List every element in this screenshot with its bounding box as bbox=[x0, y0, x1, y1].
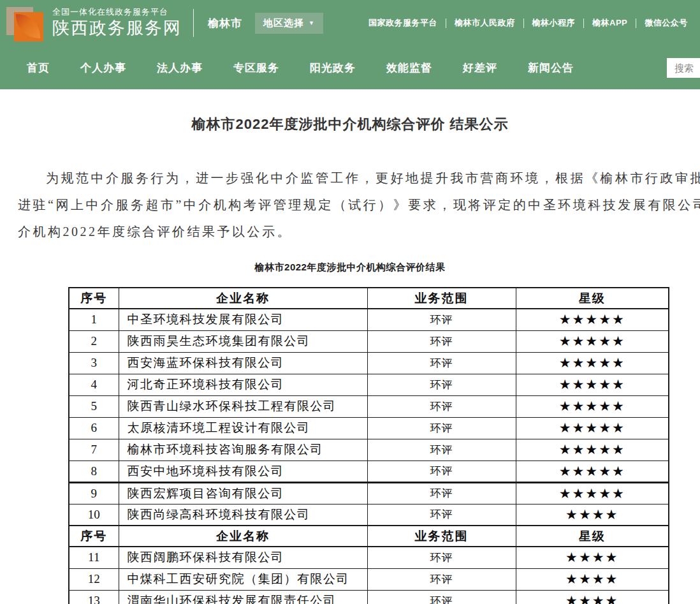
logo-orange-square bbox=[14, 12, 43, 41]
table-row: 5陕西青山绿水环保科技工程有限公司环评★★★★★ bbox=[69, 395, 669, 417]
star-rating: ★★★★★ bbox=[516, 482, 669, 504]
platform-tagline: 全国一体化在线政务服务平台 bbox=[52, 8, 182, 17]
row-number: 9 bbox=[69, 482, 119, 504]
table-row: 1中圣环境科技发展有限公司环评★★★★★ bbox=[69, 309, 669, 330]
logo-leaf-icon bbox=[16, 14, 40, 38]
table-row: 10陕西尚绿高科环境科技有限公司环评★★★★ bbox=[69, 504, 669, 526]
star-rating: ★★★★ bbox=[516, 590, 669, 604]
page-title: 榆林市2022年度涉批中介机构综合评价 结果公示 bbox=[0, 115, 700, 134]
business-scope: 环评 bbox=[367, 504, 516, 526]
link-divider bbox=[446, 18, 446, 28]
star-rating: ★★★★ bbox=[516, 568, 669, 590]
table-row: 8西安中地环境科技有限公司环评★★★★★ bbox=[69, 460, 669, 482]
table-header-row: 序号企业名称业务范围星级 bbox=[69, 288, 669, 309]
row-number: 6 bbox=[69, 417, 119, 439]
table-row: 12中煤科工西安研究院（集团）有限公司环评★★★★ bbox=[69, 568, 669, 590]
region-selector-label: 地区选择 bbox=[263, 17, 304, 29]
star-rating: ★★★★★ bbox=[516, 395, 669, 417]
table-wrapper: 序号企业名称业务范围星级1中圣环境科技发展有限公司环评★★★★★2陕西雨昊生态环… bbox=[0, 287, 700, 604]
paragraph-line: 进驻“网上中介服务超市”中介机构考评管理规定（试行）》要求，现将评定的中圣环境科… bbox=[18, 191, 700, 218]
nav-item-rating[interactable]: 好差评 bbox=[463, 61, 497, 75]
main-navigation: 首页 个人办事 法人办事 专区服务 阳光政务 效能监督 好差评 新闻公告 bbox=[0, 46, 700, 89]
site-name: 陕西政务服务网 bbox=[52, 18, 182, 38]
current-city-label: 榆林市 bbox=[208, 16, 242, 31]
business-scope: 环评 bbox=[367, 309, 516, 330]
business-scope: 环评 bbox=[367, 482, 516, 504]
nav-item-transparency[interactable]: 阳光政务 bbox=[310, 61, 356, 75]
table-row: 13渭南华山环保科技发展有限责任公司环评★★★★ bbox=[69, 590, 669, 604]
announcement-paragraph: 为规范中介服务行为，进一步强化中介监管工作，更好地提升我市营商环境，根据《榆林市… bbox=[18, 165, 700, 245]
table-row: 3西安海蓝环保科技有限公司环评★★★★★ bbox=[69, 352, 669, 374]
evaluation-table-body: 序号企业名称业务范围星级1中圣环境科技发展有限公司环评★★★★★2陕西雨昊生态环… bbox=[69, 288, 669, 604]
nav-item-personal[interactable]: 个人办事 bbox=[80, 61, 126, 75]
nav-item-home[interactable]: 首页 bbox=[27, 61, 50, 75]
company-name: 太原核清环境工程设计有限公司 bbox=[119, 417, 367, 439]
column-header: 序号 bbox=[69, 526, 119, 547]
company-name: 榆林市环境科技咨询服务有限公司 bbox=[119, 439, 367, 460]
column-header: 企业名称 bbox=[119, 288, 367, 309]
company-name: 中煤科工西安研究院（集团）有限公司 bbox=[119, 568, 367, 590]
business-scope: 环评 bbox=[367, 460, 516, 482]
column-header: 星级 bbox=[516, 288, 669, 309]
site-logo-icon[interactable] bbox=[5, 4, 45, 43]
link-wechat-account[interactable]: 微信公众号 bbox=[645, 17, 688, 29]
table-row: 6太原核清环境工程设计有限公司环评★★★★★ bbox=[69, 417, 669, 439]
link-yulin-app[interactable]: 榆林APP bbox=[592, 17, 627, 29]
company-name: 渭南华山环保科技发展有限责任公司 bbox=[119, 590, 367, 604]
row-number: 7 bbox=[69, 439, 119, 460]
company-name: 河北奇正环境科技有限公司 bbox=[119, 374, 367, 395]
site-brand: 全国一体化在线政务服务平台 陕西政务服务网 bbox=[52, 8, 182, 39]
region-selector-button[interactable]: 地区选择 ▼ bbox=[255, 13, 323, 34]
link-yulin-government[interactable]: 榆林市人民政府 bbox=[455, 17, 515, 29]
star-rating: ★★★★ bbox=[516, 504, 669, 526]
search-input[interactable] bbox=[667, 58, 700, 78]
business-scope: 环评 bbox=[367, 547, 516, 568]
business-scope: 环评 bbox=[367, 330, 516, 352]
company-name: 陕西宏辉项目咨询有限公司 bbox=[119, 482, 367, 504]
link-yulin-miniprogram[interactable]: 榆林小程序 bbox=[532, 17, 576, 29]
row-number: 1 bbox=[69, 309, 119, 330]
business-scope: 环评 bbox=[367, 590, 516, 604]
link-divider bbox=[583, 18, 584, 28]
header-quick-links: 国家政务服务平台 榆林市人民政府 榆林小程序 榆林APP 微信公众号 注册 bbox=[368, 0, 700, 46]
header-divider bbox=[193, 9, 194, 37]
table-row: 9陕西宏辉项目咨询有限公司环评★★★★★ bbox=[69, 482, 669, 504]
business-scope: 环评 bbox=[367, 439, 516, 460]
star-rating: ★★★★★ bbox=[516, 330, 669, 352]
article-content: 榆林市2022年度涉批中介机构综合评价 结果公示 为规范中介服务行为，进一步强化… bbox=[0, 115, 700, 604]
evaluation-table: 序号企业名称业务范围星级1中圣环境科技发展有限公司环评★★★★★2陕西雨昊生态环… bbox=[68, 287, 669, 604]
business-scope: 环评 bbox=[367, 374, 516, 395]
row-number: 8 bbox=[69, 460, 119, 482]
company-name: 陕西阔鹏环保科技有限公司 bbox=[119, 547, 367, 568]
site-header: 全国一体化在线政务服务平台 陕西政务服务网 榆林市 地区选择 ▼ 国家政务服务平… bbox=[0, 0, 700, 46]
link-divider bbox=[523, 18, 524, 28]
row-number: 13 bbox=[69, 590, 119, 604]
nav-item-news[interactable]: 新闻公告 bbox=[528, 61, 574, 75]
company-name: 陕西尚绿高科环境科技有限公司 bbox=[119, 504, 367, 526]
column-header: 星级 bbox=[516, 526, 669, 547]
row-number: 3 bbox=[69, 352, 119, 374]
table-caption: 榆林市2022年度涉批中介机构综合评价结果 bbox=[0, 261, 700, 274]
table-row: 2陕西雨昊生态环境集团有限公司环评★★★★★ bbox=[69, 330, 669, 352]
star-rating: ★★★★★ bbox=[516, 439, 669, 460]
star-rating: ★★★★★ bbox=[516, 352, 669, 374]
company-name: 陕西青山绿水环保科技工程有限公司 bbox=[119, 395, 367, 417]
star-rating: ★★★★★ bbox=[516, 374, 669, 395]
column-header: 业务范围 bbox=[367, 526, 516, 547]
business-scope: 环评 bbox=[367, 352, 516, 374]
paragraph-line: 介机构2022年度综合评价结果予以公示。 bbox=[18, 218, 700, 245]
row-number: 10 bbox=[69, 504, 119, 526]
star-rating: ★★★★★ bbox=[516, 417, 669, 439]
company-name: 陕西雨昊生态环境集团有限公司 bbox=[119, 330, 367, 352]
nav-item-supervision[interactable]: 效能监督 bbox=[386, 61, 432, 75]
company-name: 中圣环境科技发展有限公司 bbox=[119, 309, 367, 330]
link-national-platform[interactable]: 国家政务服务平台 bbox=[368, 17, 437, 29]
business-scope: 环评 bbox=[367, 568, 516, 590]
nav-item-special-zone[interactable]: 专区服务 bbox=[233, 61, 279, 75]
company-name: 西安海蓝环保科技有限公司 bbox=[119, 352, 367, 374]
chevron-down-icon: ▼ bbox=[309, 20, 315, 26]
star-rating: ★★★★★ bbox=[516, 309, 669, 330]
business-scope: 环评 bbox=[367, 395, 516, 417]
nav-item-legal-entity[interactable]: 法人办事 bbox=[157, 61, 203, 75]
row-number: 5 bbox=[69, 395, 119, 417]
